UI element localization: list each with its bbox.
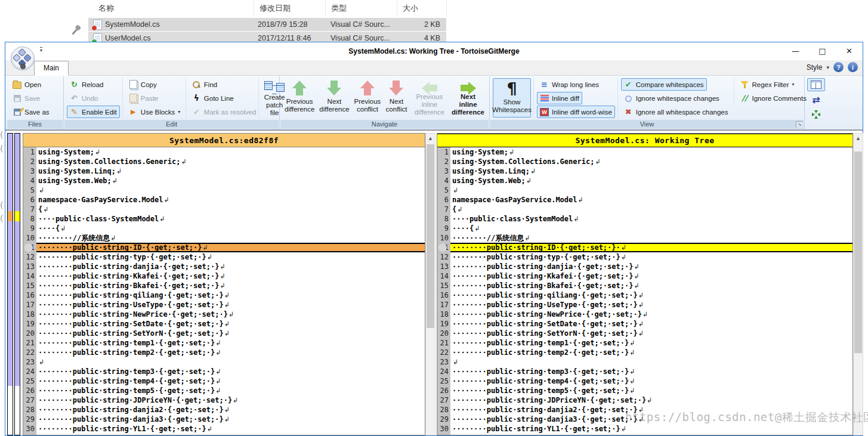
code-line[interactable]: 30········public·string·YL1·{·get;·set;·… xyxy=(23,424,425,434)
code-line[interactable]: 6namespace·GasPayService.Model↲ xyxy=(437,195,852,205)
code-line[interactable]: 16········public·string·qiliang·{·get;·s… xyxy=(437,290,852,300)
code-line[interactable]: 30········public·string·YL1·{·get;·set;·… xyxy=(437,424,852,434)
code-line[interactable]: 7{↲ xyxy=(23,205,425,214)
code-line[interactable]: 21········public·string·temp1·{·get;·set… xyxy=(437,338,852,348)
inline-diff-button[interactable]: Inline diff xyxy=(537,92,582,104)
left-pane-code[interactable]: 1using·System;↲2using·System.Collections… xyxy=(23,147,425,435)
column-header-name[interactable]: 名称 xyxy=(89,0,254,17)
left-pane-scrollbar[interactable]: ▲ xyxy=(425,133,435,435)
switch-views-button[interactable]: ⇄ xyxy=(807,93,825,106)
code-line[interactable]: 9····{↲ xyxy=(23,224,425,233)
right-pane-scrollbar[interactable]: ▲ xyxy=(853,133,863,435)
previous-inline-difference-button[interactable]: Previous inlinedifference xyxy=(410,78,449,117)
code-line[interactable]: 8····public·class·SystemModel↲ xyxy=(437,214,852,224)
code-line[interactable]: 17········public·string·UseType·{·get;·s… xyxy=(437,300,852,310)
show-whitespaces-button[interactable]: ¶ ShowWhitespaces xyxy=(493,78,531,117)
code-line[interactable]: 10········//系统信息↲ xyxy=(437,233,852,243)
code-line[interactable]: 27········public·string·JDPriceYN·{·get;… xyxy=(23,395,425,405)
next-difference-button[interactable]: Nextdifference xyxy=(317,78,351,117)
code-line[interactable]: 13········public·string·danjia·{·get;·se… xyxy=(437,262,852,271)
code-line[interactable]: 7{↲ xyxy=(437,205,852,214)
save-button[interactable]: Save xyxy=(10,92,52,104)
code-line[interactable]: 10········//系统信息↲ xyxy=(23,233,425,243)
code-line[interactable]: 22········public·string·temp2·{·get;·set… xyxy=(437,348,852,357)
reload-button[interactable]: ↻ Reload xyxy=(67,78,120,91)
code-line[interactable]: 27········public·string·JDPriceYN·{·get;… xyxy=(437,395,852,405)
code-line[interactable]: 17········public·string·UseType·{·get;·s… xyxy=(23,300,425,310)
code-line[interactable]: 26········public·string·temp5·{·get;·set… xyxy=(437,386,852,395)
code-line[interactable]: 31········public·string·YL2·{·get;·set;·… xyxy=(437,434,852,435)
find-button[interactable]: Find xyxy=(189,78,256,91)
code-line[interactable]: 21········public·string·temp1·{·get;·set… xyxy=(23,338,425,348)
code-line[interactable]: 25········public·string·temp4·{·get;·set… xyxy=(437,376,852,386)
code-line[interactable]: 3using·System.Linq;↲ xyxy=(23,166,425,176)
previous-difference-button[interactable]: Previousdifference xyxy=(282,78,317,117)
next-inline-difference-button[interactable]: Next inlinedifference xyxy=(449,78,487,117)
code-line[interactable]: 2using·System.Collections.Generic;↲ xyxy=(437,157,852,166)
compare-whitespaces-button[interactable]: ✔ Compare whitespaces xyxy=(621,78,707,91)
code-line[interactable]: 18········public·string·NewPrice·{·get;·… xyxy=(437,310,852,319)
save-as-button[interactable]: Save as xyxy=(10,106,52,118)
code-line[interactable]: 25········public·string·temp4·{·get;·set… xyxy=(23,376,425,386)
code-line[interactable]: 13········public·string·danjia·{·get;·se… xyxy=(23,262,425,271)
file-row-systemmodel[interactable]: SystemModel.cs 2018/7/9 15:28 Visual C# … xyxy=(88,18,446,31)
code-line[interactable]: 18········public·string·NewPrice·{·get;·… xyxy=(23,310,425,319)
code-line[interactable]: 15········public·string·Bkafei·{·get;·se… xyxy=(437,281,852,290)
minimize-button[interactable]: — xyxy=(782,42,809,60)
code-line[interactable]: 28········public·string·danjia2·{·get;·s… xyxy=(23,405,425,415)
mark-as-resolved-button[interactable]: ✔ Mark as resolved xyxy=(189,106,256,118)
next-conflict-button[interactable]: Nextconflict xyxy=(383,78,409,117)
ignore-whitespace-changes-button[interactable]: ○ Ignore whitespace changes xyxy=(621,92,731,104)
open-button[interactable]: Open xyxy=(10,78,52,91)
goto-line-button[interactable]: ϟ Goto Line xyxy=(189,92,256,104)
code-line[interactable]: 24········public·string·temp3·{·get;·set… xyxy=(23,367,425,376)
ignore-all-whitespace-changes-button[interactable]: ✖ Ignore all whitespace changes xyxy=(621,106,731,118)
code-line[interactable]: 11········public·string·ID·{·get;·set;·}… xyxy=(437,243,852,252)
maximize-button[interactable]: □ xyxy=(809,42,836,60)
code-line[interactable]: 1using·System;↲ xyxy=(23,147,425,157)
code-line[interactable]: 23↲ xyxy=(437,357,852,367)
quick-access-dropdown-icon[interactable]: ▾ xyxy=(40,47,42,52)
code-line[interactable]: 14········public·string·Kkafei·{·get;·se… xyxy=(437,271,852,281)
pin-icon[interactable] xyxy=(72,29,78,35)
code-line[interactable]: 9····{↲ xyxy=(437,224,852,233)
previous-conflict-button[interactable]: Previousconflict xyxy=(352,78,384,117)
code-line[interactable]: 11········public·string·ID·{·get;·set;·}… xyxy=(23,243,425,252)
code-line[interactable]: 20········public·string·SetYorN·{·get;·s… xyxy=(23,329,425,338)
help-button[interactable]: ? xyxy=(833,62,844,72)
code-line[interactable]: 6namespace·GasPayService.Model↲ xyxy=(23,195,425,205)
ignore-comments-button[interactable]: // Ignore Comments xyxy=(737,92,804,104)
locator-bar-right[interactable] xyxy=(14,133,20,386)
code-line[interactable]: 22········public·string·temp2·{·get;·set… xyxy=(23,348,425,357)
collapse-unchanged-button[interactable] xyxy=(807,108,825,121)
code-line[interactable]: 15········public·string·Bkafei·{·get;·se… xyxy=(23,281,425,290)
code-line[interactable]: 12········public·string·typ·{·get;·set;·… xyxy=(437,252,852,262)
code-line[interactable]: 28········public·string·danjia2·{·get;·s… xyxy=(437,405,852,415)
inline-diff-word-wise-button[interactable]: W Inline diff word-wise xyxy=(537,106,615,118)
code-line[interactable]: 4using·System.Web;↲ xyxy=(437,176,852,185)
use-blocks-button[interactable]: ▶ Use Blocks ▾ xyxy=(126,106,183,118)
code-line[interactable]: 8····public·class·SystemModel↲ xyxy=(23,214,425,224)
enable-edit-button[interactable]: ✎ Enable Edit xyxy=(67,106,120,118)
code-line[interactable]: 3using·System.Linq;↲ xyxy=(437,166,852,176)
locator-bar-left[interactable] xyxy=(7,133,13,386)
code-line[interactable]: 5↲ xyxy=(23,185,425,195)
style-caret-icon[interactable]: ▾ xyxy=(826,64,829,70)
code-line[interactable]: 2using·System.Collections.Generic;↲ xyxy=(23,157,425,166)
code-line[interactable]: 23↲ xyxy=(23,357,425,367)
code-line[interactable]: 26········public·string·temp5·{·get;·set… xyxy=(23,386,425,395)
code-line[interactable]: 29········public·string·danjia3·{·get;·s… xyxy=(23,415,425,424)
code-line[interactable]: 29········public·string·danjia3·{·get;·s… xyxy=(437,415,852,424)
regex-filter-button[interactable]: Regex Filter ▾ xyxy=(737,78,804,91)
style-dropdown[interactable]: Style xyxy=(807,63,823,72)
app-logo-icon[interactable] xyxy=(11,47,35,70)
close-button[interactable]: ✕ xyxy=(836,42,863,60)
wrap-long-lines-button[interactable]: ≡ Wrap long lines xyxy=(537,78,615,91)
about-button[interactable]: i xyxy=(848,62,858,72)
code-line[interactable]: 12········public·string·typ·{·get;·set;·… xyxy=(23,252,425,262)
code-line[interactable]: 31········public·string·YL2·{·get;·set;·… xyxy=(23,434,425,435)
scroll-up-icon[interactable]: ▲ xyxy=(854,134,863,143)
scrollbar-thumb[interactable] xyxy=(427,144,434,328)
copy-button[interactable]: Copy xyxy=(126,78,183,91)
code-line[interactable]: 20········public·string·SetYorN·{·get;·s… xyxy=(437,329,852,338)
